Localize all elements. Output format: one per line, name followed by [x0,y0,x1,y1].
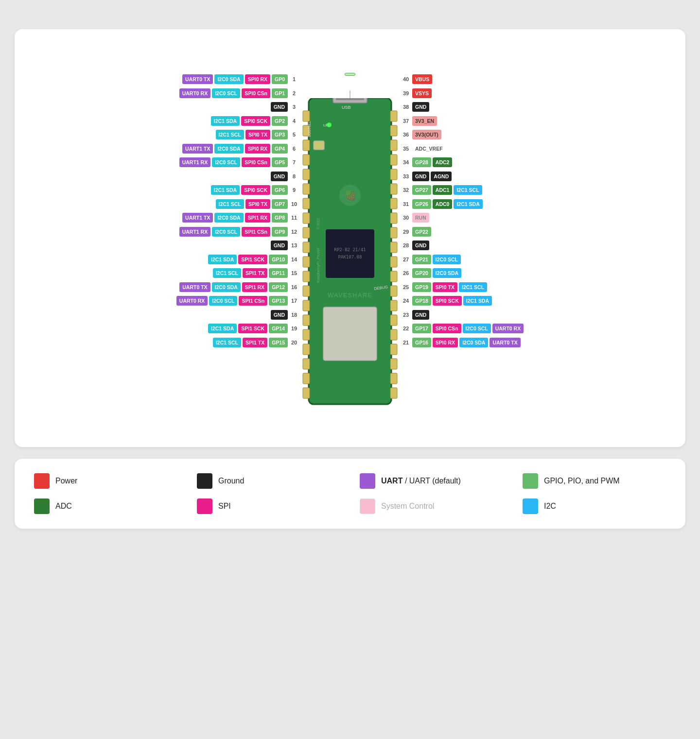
pin-function-tag: UART0 TX [182,74,213,84]
pin-function-tag: UART0 RX [179,88,211,98]
left-pin-row: UART0 RXI2C0 SCLSPI1 CSnGP1317 [176,294,299,307]
left-pin-row: I2C1 SCLSPI1 TXGP1520 [176,336,299,349]
left-pin-row: I2C1 SCLSPI0 TXGP35 [176,128,299,141]
svg-rect-20 [303,329,310,340]
pin-function-tag: SPI0 RX [433,338,458,347]
pin-function-tag: I2C1 SCL [216,130,244,139]
pin-function-tag: SPI1 SCK [238,255,267,264]
pin-function-tag: I2C0 SCL [212,227,240,237]
led-label [345,73,355,76]
gp-label: GND [271,102,288,112]
pin-number: 10 [289,201,299,207]
pin-function-tag: I2C0 SDA [214,74,243,84]
gp-label: GND [271,310,288,320]
legend-item: UART / UART (default) [360,473,503,489]
pin-function-tag: I2C0 SDA [214,213,243,223]
legend-label: Ground [218,477,244,485]
legend-label: I2C [544,502,556,511]
svg-rect-29 [390,169,397,180]
left-pin-row: I2C1 SCLSPI1 TXGP1115 [176,267,299,279]
svg-rect-26 [390,125,397,136]
svg-text:WAVESHARE: WAVESHARE [328,292,372,299]
legend-card: PowerGroundUART / UART (default)GPIO, PI… [15,459,685,529]
pin-number: 5 [289,132,299,137]
gp-label: VSYS [412,88,432,98]
left-pin-row: UART1 TXI2C0 SDASPI0 RXGP46 [176,142,299,155]
gp-label: GP3 [272,130,288,139]
pin-number: 24 [401,298,411,304]
svg-rect-28 [390,155,397,165]
pin-function-tag: ADC0 [433,199,453,209]
legend-item: I2C [523,498,666,514]
svg-rect-21 [303,344,310,355]
board-svg: RP2-B2 21/41 PAK107.08 🍓 BOOTSEL Raspber… [299,73,401,432]
pin-function-tag: SPI0 SCK [241,116,270,126]
legend-label: Power [55,477,77,485]
svg-rect-4 [314,141,324,150]
gp-label: GP6 [272,185,288,195]
svg-rect-35 [390,257,397,267]
right-pin-row: 30RUN [401,211,524,224]
legend-label: System Control [381,502,434,511]
pin-function-tag: I2C1 SDA [208,324,237,333]
gp-label: GP12 [269,282,288,292]
pin-number: 25 [401,284,411,290]
pin-number: 9 [289,187,299,193]
pin-function-tag: UART0 TX [179,282,210,292]
legend-swatch [197,473,212,489]
gp-label: GP14 [269,324,288,333]
svg-rect-7 [303,140,310,151]
legend-swatch [360,473,375,489]
svg-rect-32 [390,213,397,223]
pin-number: 37 [401,118,411,124]
pin-function-tag: SPI0 RX [245,74,270,84]
svg-rect-22 [303,359,310,369]
pin-function-tag: SPI0 RX [245,144,270,154]
right-pin-row: 23GND [401,309,524,321]
pin-number: 22 [401,326,411,331]
pin-function-tag: I2C0 SCL [212,157,240,167]
legend-item: Power [34,473,177,489]
left-pin-row: UART0 TXI2C0 SDASPI1 RXGP1216 [176,281,299,293]
pin-number: 26 [401,270,411,276]
pin-function-tag: I2C0 SCL [433,255,461,264]
pin-function-tag: SPI0 TX [245,199,270,209]
svg-rect-41 [390,344,397,355]
pin-number: 40 [401,76,411,82]
pin-function-tag: SPI1 RX [242,282,267,292]
pin-function-tag: UART1 TX [182,144,213,154]
pin-number: 27 [401,257,411,262]
pin-function-tag: SPI1 RX [245,213,270,223]
pin-function-tag: I2C1 SDA [211,116,240,126]
gp-label: GP13 [269,296,288,306]
pin-function-tag: AGND [431,172,452,181]
pin-number: 23 [401,312,411,318]
gp-label: GP7 [272,199,288,209]
left-pin-row: GND8 [176,170,299,183]
legend-label: SPI [218,502,231,511]
pin-number: 20 [289,340,299,345]
right-pin-row: 22GP17SPI0 CSnI2C0 SCLUART0 RX [401,322,524,335]
svg-rect-14 [303,242,310,253]
pin-function-tag: I2C1 SDA [208,255,237,264]
pin-number: 18 [289,312,299,318]
legend-swatch [34,473,50,489]
pin-function-tag: ADC1 [433,185,453,195]
gp-label: GP22 [412,227,431,237]
right-pin-row: 363V3(OUT) [401,128,524,141]
svg-rect-10 [303,184,310,194]
left-pin-row: UART0 TXI2C0 SDASPI0 RXGP01 [176,73,299,86]
left-pin-row: GND3 [176,101,299,113]
left-pin-row: UART0 RXI2C0 SCLSPI0 CSnGP12 [176,87,299,100]
pin-function-tag: I2C1 SCL [459,282,487,292]
legend-item: Ground [197,473,340,489]
pin-function-tag: I2C1 SCL [454,185,482,195]
svg-text:🍓: 🍓 [344,189,356,201]
svg-rect-12 [303,213,310,223]
pin-number: 30 [401,215,411,221]
pin-function-tag: SPI0 CSn [242,88,270,98]
legend-swatch [360,498,375,514]
pin-function-tag: I2C0 SCL [209,296,237,306]
svg-text:LED: LED [323,123,331,127]
gp-label: ADC_VREF [412,144,446,154]
